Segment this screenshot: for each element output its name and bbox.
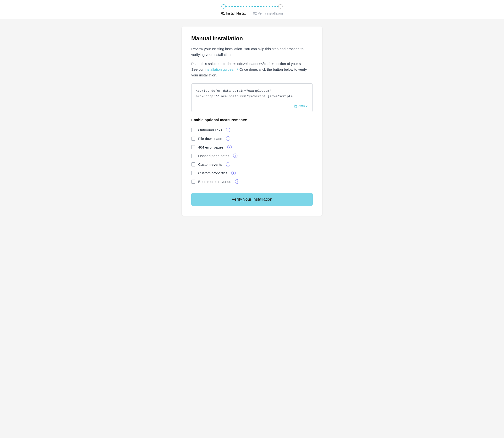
verify-button[interactable]: Verify your installation: [191, 193, 313, 206]
custom-events-checkbox[interactable]: [191, 162, 195, 166]
step-labels: 01 Install Histat 02 Verify installation: [221, 11, 283, 19]
ecommerce-label: Ecommerce revenue: [198, 180, 231, 184]
stepper: [221, 4, 283, 9]
custom-events-label: Custom events: [198, 162, 222, 166]
installation-guides-link[interactable]: installation guides.: [205, 67, 240, 71]
outbound-links-info-icon[interactable]: i: [226, 128, 230, 132]
ecommerce-checkbox[interactable]: [191, 180, 195, 184]
hashed-paths-info-icon[interactable]: i: [233, 153, 237, 158]
error-pages-label: 404 error pages: [198, 145, 224, 149]
custom-events-info-icon[interactable]: i: [226, 162, 230, 166]
checkbox-item[interactable]: Ecommerce revenue i: [191, 177, 313, 186]
error-pages-checkbox[interactable]: [191, 145, 195, 149]
ecommerce-info-icon[interactable]: i: [235, 179, 239, 184]
error-pages-info-icon[interactable]: i: [227, 145, 232, 149]
checkbox-list: Outbound links i File downloads i 404 er…: [191, 126, 313, 186]
checkbox-item[interactable]: File downloads i: [191, 134, 313, 142]
file-downloads-checkbox[interactable]: [191, 137, 195, 141]
file-downloads-label: File downloads: [198, 137, 222, 141]
step1-label[interactable]: 01 Install Histat: [221, 11, 246, 15]
copy-icon: [294, 104, 297, 108]
checkbox-item[interactable]: 404 error pages i: [191, 143, 313, 151]
custom-props-label: Custom properties: [198, 171, 228, 175]
code-snippet: <script defer data-domain="example.com" …: [196, 88, 308, 99]
measurements-title: Enable optional measurements:: [191, 118, 313, 122]
file-downloads-info-icon[interactable]: i: [226, 136, 230, 141]
hashed-paths-checkbox[interactable]: [191, 154, 195, 158]
desc-para-1: Review your existing installation. You c…: [191, 46, 313, 57]
checkbox-item[interactable]: Hashed page paths i: [191, 152, 313, 160]
hashed-paths-label: Hashed page paths: [198, 154, 229, 158]
top-nav: 01 Install Histat 02 Verify installation: [0, 0, 504, 19]
copy-label: COPY: [298, 104, 308, 108]
main-card: Manual installation Review your existing…: [182, 26, 322, 216]
step1-dot: [221, 4, 226, 9]
outbound-links-checkbox[interactable]: [191, 128, 195, 132]
checkbox-item[interactable]: Outbound links i: [191, 126, 313, 134]
card-title: Manual installation: [191, 35, 313, 42]
external-link-icon: [236, 68, 238, 71]
checkbox-item[interactable]: Custom properties i: [191, 169, 313, 177]
custom-props-checkbox[interactable]: [191, 171, 195, 175]
custom-props-info-icon[interactable]: i: [231, 171, 236, 175]
step2-dot: [278, 4, 283, 9]
code-block: <script defer data-domain="example.com" …: [191, 83, 313, 112]
outbound-links-label: Outbound links: [198, 128, 222, 132]
step-line: [226, 6, 278, 7]
svg-rect-0: [295, 106, 297, 108]
desc-para-2: Paste this snippet into the <code><heade…: [191, 61, 313, 78]
step2-label[interactable]: 02 Verify installation: [253, 11, 283, 15]
page-content: Manual installation Review your existing…: [178, 19, 326, 230]
checkbox-item[interactable]: Custom events i: [191, 160, 313, 168]
copy-button[interactable]: COPY: [292, 103, 309, 109]
